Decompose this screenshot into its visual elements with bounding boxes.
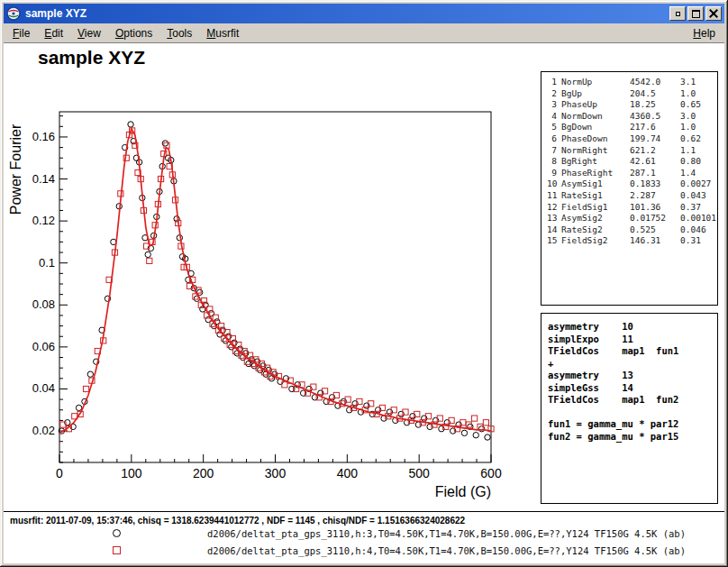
parameter-row: 9PhaseRight287.11.4 bbox=[547, 168, 717, 179]
svg-text:600: 600 bbox=[480, 466, 502, 480]
maximize-button[interactable] bbox=[687, 6, 704, 21]
parameter-row: 2BgUp204.51.0 bbox=[547, 88, 717, 100]
parameter-row: 5BgDown217.61.0 bbox=[547, 122, 717, 133]
legend-label: d2006/deltat_pta_gps_3110,h:4,T0=4.50K,T… bbox=[207, 545, 686, 556]
svg-text:0.1: 0.1 bbox=[39, 256, 55, 270]
titlebar[interactable]: sample XYZ bbox=[4, 4, 724, 23]
svg-text:0: 0 bbox=[56, 466, 63, 480]
svg-text:0.04: 0.04 bbox=[32, 381, 55, 395]
window-title: sample XYZ bbox=[25, 7, 668, 20]
separator-line bbox=[4, 511, 724, 512]
menu-item-tools[interactable]: Tools bbox=[159, 24, 199, 42]
legend: d2006/deltat_pta_gps_3110,h:3,T0=4.50K,T… bbox=[4, 525, 724, 559]
theory-text: asymmetry 10 simplExpo 11 TFieldCos map1… bbox=[548, 321, 717, 443]
svg-text:100: 100 bbox=[121, 466, 142, 480]
menu-item-edit[interactable]: Edit bbox=[37, 24, 70, 42]
close-icon bbox=[709, 9, 718, 18]
svg-text:0.08: 0.08 bbox=[32, 297, 55, 311]
plot-canvas[interactable]: 01002003004005006000.020.040.060.080.10.… bbox=[4, 43, 541, 512]
svg-text:0.02: 0.02 bbox=[32, 424, 55, 437]
theory-box: asymmetry 10 simplExpo 11 TFieldCos map1… bbox=[541, 313, 718, 504]
menu-items: FileEditViewOptionsToolsMusrfit bbox=[5, 24, 246, 42]
minimize-icon bbox=[676, 12, 680, 16]
legend-row: d2006/deltat_pta_gps_3110,h:3,T0=4.50K,T… bbox=[4, 525, 724, 542]
root-canvas: sample XYZ 01002003004005006000.020.040.… bbox=[4, 43, 724, 563]
app-window: sample XYZ FileEditViewOptionsToolsMusrf… bbox=[0, 0, 728, 567]
svg-text:400: 400 bbox=[337, 466, 359, 480]
parameter-row: 15FieldSig2146.310.31 bbox=[547, 235, 717, 247]
parameter-row: 1NormUp4542.03.1 bbox=[547, 77, 717, 88]
menubar: FileEditViewOptionsToolsMusrfit Help bbox=[4, 23, 724, 43]
parameter-row: 14RateSig20.5250.046 bbox=[547, 224, 717, 236]
parameter-row: 10AsymSig10.18330.0027 bbox=[547, 178, 717, 190]
menu-item-file[interactable]: File bbox=[5, 24, 37, 42]
menu-item-view[interactable]: View bbox=[70, 24, 108, 42]
parameter-row: 3PhaseUp18.250.65 bbox=[547, 99, 717, 111]
maximize-icon bbox=[692, 10, 700, 18]
svg-text:500: 500 bbox=[408, 466, 430, 480]
parameter-row: 6PhaseDown199.740.62 bbox=[547, 133, 717, 145]
parameter-row: 8BgRight42.610.80 bbox=[547, 156, 717, 168]
svg-text:Field (G): Field (G) bbox=[435, 484, 491, 499]
svg-text:0.12: 0.12 bbox=[32, 214, 55, 227]
parameter-box: 1NormUp4542.03.12BgUp204.51.03PhaseUp18.… bbox=[541, 71, 718, 306]
parameter-row: 12FieldSig1101.360.37 bbox=[547, 202, 717, 214]
parameter-row: 4NormDown4360.53.0 bbox=[547, 111, 717, 123]
parameter-rows: 1NormUp4542.03.12BgUp204.51.03PhaseUp18.… bbox=[547, 77, 717, 247]
parameter-row: 7NormRight621.21.1 bbox=[547, 145, 717, 157]
svg-text:300: 300 bbox=[265, 466, 287, 480]
parameter-row: 13AsymSig20.017520.00101 bbox=[547, 213, 717, 224]
legend-label: d2006/deltat_pta_gps_3110,h:3,T0=4.50K,T… bbox=[207, 528, 686, 539]
circle-marker-icon bbox=[113, 529, 121, 537]
svg-text:0.16: 0.16 bbox=[32, 130, 55, 143]
minimize-button[interactable] bbox=[669, 6, 686, 21]
svg-text:0.14: 0.14 bbox=[32, 172, 55, 186]
menu-item-options[interactable]: Options bbox=[108, 24, 159, 42]
square-marker-icon bbox=[113, 546, 121, 554]
svg-text:0.06: 0.06 bbox=[32, 340, 55, 353]
parameter-row: 11RateSig12.2870.043 bbox=[547, 190, 717, 202]
close-button[interactable] bbox=[705, 6, 722, 21]
svg-text:200: 200 bbox=[193, 466, 214, 480]
svg-text:Power Fourier: Power Fourier bbox=[8, 123, 23, 215]
menu-item-musrfit[interactable]: Musrfit bbox=[199, 24, 246, 42]
app-icon bbox=[6, 6, 21, 21]
legend-row: d2006/deltat_pta_gps_3110,h:4,T0=4.50K,T… bbox=[4, 542, 724, 559]
menu-item-help[interactable]: Help bbox=[686, 24, 723, 42]
